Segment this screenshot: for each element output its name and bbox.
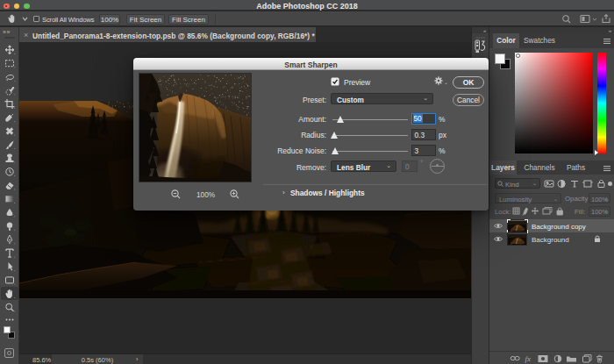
svg-text:fx: fx <box>525 354 532 363</box>
